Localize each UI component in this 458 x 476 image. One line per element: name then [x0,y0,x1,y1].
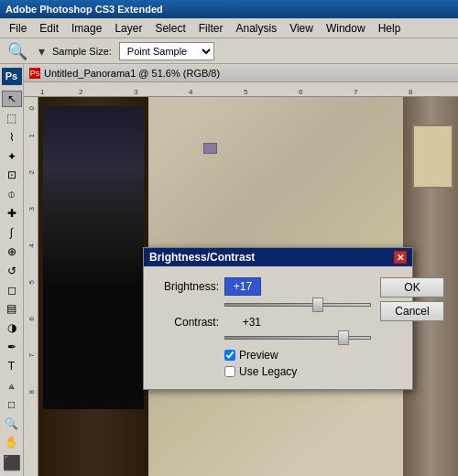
eyedropper-tool[interactable]: ⌽ [2,186,22,203]
sample-size-label: Sample Size: [52,46,112,57]
menu-select[interactable]: Select [149,20,191,37]
dialog-title: Brightness/Contrast [149,251,255,264]
dialog-buttons: OK Cancel [380,277,444,321]
ruler-v-mark: 2 [27,170,36,174]
dialog-body: Brightness: +17 Contrast: +31 [144,266,412,389]
ruler-mark: 2 [79,88,82,96]
use-legacy-checkbox[interactable] [224,366,235,377]
ruler-v-mark: 7 [27,353,36,357]
picture-frame [412,124,453,189]
crop-tool[interactable]: ⊡ [2,167,22,184]
menu-edit[interactable]: Edit [34,20,64,37]
dialog-options: Preview Use Legacy [155,349,371,378]
move-tool[interactable]: ↖ [2,91,22,108]
preview-option: Preview [224,349,371,362]
ok-button[interactable]: OK [380,277,444,298]
ruler-mark: 1 [40,88,44,96]
use-legacy-label: Use Legacy [239,365,297,378]
brightness-value[interactable]: +17 [224,277,261,296]
closet-items [43,106,144,409]
sample-size-select[interactable]: Point Sample 3 by 3 Average 5 by 5 Avera… [119,42,214,60]
eyedropper-icon: 🔍 [7,41,27,61]
brightness-label: Brightness: [155,280,219,293]
pen-tool[interactable]: ✒ [2,339,22,356]
ruler-mark: 5 [244,88,247,96]
cancel-button[interactable]: Cancel [380,301,444,321]
doc-title: Untitled_Panorama1 @ 51.6% (RGB/8) [44,68,220,79]
shape-tool[interactable]: □ [2,395,22,413]
menu-image[interactable]: Image [66,20,107,37]
ruler-v-mark: 0 [27,106,36,110]
options-bar: 🔍 ▾ Sample Size: Point Sample 3 by 3 Ave… [0,38,458,64]
menu-file[interactable]: File [4,20,32,37]
arrow-icon: ▾ [38,44,45,59]
ps-logo: Ps [2,68,22,85]
ruler-mark: 6 [299,88,302,96]
hand-tool[interactable]: ✋ [2,434,22,451]
clone-tool[interactable]: ⊕ [2,243,22,260]
menu-layer[interactable]: Layer [109,20,147,37]
ruler-v-mark: 1 [27,134,36,137]
menu-window[interactable]: Window [321,20,371,37]
brightness-row: Brightness: +17 [155,277,371,296]
dodge-tool[interactable]: ◑ [2,319,22,337]
closet-left [38,97,148,476]
contrast-row: Contrast: +31 [155,316,371,329]
preview-label: Preview [239,349,278,362]
ruler-vertical: 0 1 2 3 4 5 6 7 8 [24,97,38,476]
magic-wand-tool[interactable]: ✦ [2,147,22,165]
main-area: Ps ↖ ⬚ ⌇ ✦ ⊡ ⌽ ✚ ∫ ⊕ ↺ ◻ ▤ ◑ ✒ T ⟁ □ 🔍 ✋… [0,64,458,476]
ruler-mark: 7 [354,88,357,96]
ruler-mark: 4 [189,88,192,96]
ruler-v-mark: 8 [27,390,36,394]
small-object [203,143,217,154]
path-tool[interactable]: ⟁ [2,376,22,394]
menu-bar: File Edit Image Layer Select Filter Anal… [0,18,458,38]
gradient-tool[interactable]: ▤ [2,300,22,318]
dialog-content: Brightness: +17 Contrast: +31 [155,277,401,378]
menu-analysis[interactable]: Analysis [230,20,282,37]
left-toolbar: Ps ↖ ⬚ ⌇ ✦ ⊡ ⌽ ✚ ∫ ⊕ ↺ ◻ ▤ ◑ ✒ T ⟁ □ 🔍 ✋… [0,64,24,476]
ruler-v-mark: 6 [27,317,36,320]
brightness-contrast-dialog: Brightness/Contrast ✕ Brightness: +17 [143,247,413,390]
app-title: Adobe Photoshop CS3 Extended [5,4,163,15]
menu-view[interactable]: View [284,20,319,37]
preview-checkbox[interactable] [224,350,235,361]
heal-tool[interactable]: ✚ [2,205,22,222]
brightness-slider-container [155,303,371,307]
ruler-mark: 3 [134,88,137,96]
ruler-v-mark: 5 [27,280,36,284]
marquee-tool[interactable]: ⬚ [2,109,22,126]
sliders-section: Brightness: +17 Contrast: +31 [155,277,371,378]
contrast-slider-thumb[interactable] [338,330,349,345]
lasso-tool[interactable]: ⌇ [2,128,22,146]
history-tool[interactable]: ↺ [2,262,22,279]
contrast-slider-container [155,336,371,340]
ruler-v-mark: 4 [27,243,36,247]
title-bar: Adobe Photoshop CS3 Extended [0,0,458,18]
canvas-area: Ps Untitled_Panorama1 @ 51.6% (RGB/8) 1 … [24,64,458,476]
brush-tool[interactable]: ∫ [2,224,22,242]
dialog-close-button[interactable]: ✕ [394,251,407,264]
fg-bg-color[interactable]: ⬛ [2,453,22,472]
ruler-horizontal: 1 2 3 4 5 6 7 8 [24,82,458,97]
dialog-title-bar: Brightness/Contrast ✕ [144,248,412,266]
brightness-slider-thumb[interactable] [312,298,323,312]
contrast-label: Contrast: [155,316,219,329]
menu-help[interactable]: Help [373,20,407,37]
doc-icon: Ps [29,68,40,79]
ruler-v-mark: 3 [27,207,36,211]
contrast-slider-track [224,336,371,340]
doc-title-bar: Ps Untitled_Panorama1 @ 51.6% (RGB/8) [24,64,458,82]
ruler-mark: 8 [409,88,412,96]
use-legacy-option: Use Legacy [224,365,371,378]
zoom-tool[interactable]: 🔍 [2,415,22,432]
text-tool[interactable]: T [2,358,22,375]
eraser-tool[interactable]: ◻ [2,281,22,298]
brightness-slider-track [224,303,371,307]
menu-filter[interactable]: Filter [193,20,229,37]
contrast-value: +31 [224,316,261,329]
